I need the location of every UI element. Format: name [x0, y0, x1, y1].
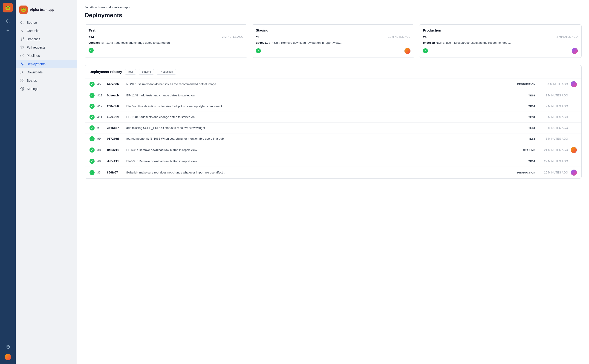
staging-avatar — [404, 48, 410, 54]
sidebar-label-boards: Boards — [27, 79, 37, 82]
history-hash: 856fe67 — [107, 171, 123, 174]
history-row[interactable]: ✓ #11 e2ee219 BP-1148 : add tests and ch… — [85, 112, 581, 123]
app-logo[interactable]: 🐸 — [3, 3, 13, 13]
history-hash: 208e5b8 — [107, 104, 123, 108]
sidebar-item-commits[interactable]: Commits — [16, 27, 77, 35]
help-icon[interactable] — [4, 343, 12, 351]
test-build-num: #13 — [89, 35, 94, 39]
history-message: BP-749: Use definition list for size too… — [126, 104, 512, 108]
svg-rect-19 — [23, 81, 24, 82]
history-hash: 3b65b47 — [107, 126, 123, 130]
add-icon[interactable] — [4, 26, 12, 34]
main-content: Jonathon Lowe / alpha-team-app Deploymen… — [77, 0, 589, 364]
sidebar: 🐸 Alpha-team-app Source Commits Branches… — [16, 0, 77, 364]
history-check-icon: ✓ — [90, 115, 95, 120]
history-check-icon: ✓ — [90, 148, 95, 153]
svg-point-21 — [22, 88, 23, 90]
history-env-badge: TEST — [515, 105, 535, 108]
history-hash: e2ee219 — [107, 115, 123, 119]
svg-rect-20 — [21, 81, 22, 82]
test-status-check: ✓ — [89, 48, 94, 53]
source-icon — [20, 20, 24, 25]
sidebar-label-settings: Settings — [27, 87, 39, 91]
search-icon[interactable] — [4, 17, 12, 25]
history-message: BP-1148 : add tests and change dates to … — [126, 115, 512, 119]
breadcrumb-separator: / — [106, 6, 107, 9]
history-row[interactable]: ✓ #3 856fe67 fix(build): make sure root … — [85, 167, 581, 178]
history-build-num: #5 — [97, 82, 104, 86]
staging-build-num: #8 — [256, 35, 259, 39]
svg-line-1 — [8, 22, 9, 23]
filter-tab-test[interactable]: Test — [125, 69, 136, 75]
env-title-production: Production — [423, 28, 578, 32]
svg-point-11 — [21, 39, 22, 41]
history-hash: b4ce58b — [107, 82, 123, 86]
history-time: 2 MINUTES AGO — [538, 94, 568, 97]
production-status-check: ✓ — [423, 48, 428, 53]
history-env-badge: TEST — [515, 116, 535, 118]
boards-icon — [20, 78, 24, 83]
history-message: BP-535 : Remove download raw button in r… — [126, 148, 512, 152]
sidebar-item-pull-requests[interactable]: Pull requests — [16, 43, 77, 52]
filter-tab-production[interactable]: Production — [157, 69, 176, 75]
svg-point-12 — [23, 48, 24, 49]
test-commit-msg: 0deeacb BP-1148 : add tests and change d… — [89, 40, 243, 45]
env-card-test: Test #13 2 MINUTES AGO 0deeacb BP-1148 :… — [85, 24, 247, 58]
deployments-icon — [20, 62, 24, 66]
history-row[interactable]: ✓ #5 b4ce58b NONE: use microsoft/dotnet:… — [85, 78, 581, 90]
svg-point-0 — [6, 20, 9, 22]
env-title-staging: Staging — [256, 28, 411, 32]
sidebar-item-downloads[interactable]: Downloads — [16, 68, 77, 76]
history-row[interactable]: ✓ #8 dd6c211 BP-535 : Remove download ra… — [85, 144, 581, 156]
staging-time: 21 MINUTES AGO — [388, 35, 411, 38]
sidebar-label-commits: Commits — [27, 29, 39, 33]
breadcrumb-repo[interactable]: alpha-team-app — [109, 6, 129, 9]
production-time: 2 MINUTES AGO — [557, 35, 578, 38]
history-time: A MINUTE AGO — [538, 83, 568, 86]
history-hash: dd6c211 — [107, 159, 123, 163]
history-env-badge: PRODUCTION — [515, 83, 535, 86]
history-build-num: #11 — [97, 115, 104, 119]
history-avatar — [571, 169, 577, 176]
sidebar-item-branches[interactable]: Branches — [16, 35, 77, 43]
filter-tab-staging[interactable]: Staging — [139, 69, 154, 75]
env-cards: Test #13 2 MINUTES AGO 0deeacb BP-1148 :… — [85, 24, 582, 58]
breadcrumb-user[interactable]: Jonathon Lowe — [85, 6, 105, 9]
history-build-num: #8 — [97, 159, 104, 163]
history-hash: dd6c211 — [107, 148, 123, 152]
pull-requests-icon — [20, 45, 24, 49]
history-build-num: #10 — [97, 126, 104, 130]
history-build-num: #8 — [97, 148, 104, 152]
history-env-badge: STAGING — [515, 149, 535, 151]
sidebar-item-settings[interactable]: Settings — [16, 85, 77, 93]
history-env-badge: TEST — [515, 94, 535, 97]
history-row[interactable]: ✓ #12 208e5b8 BP-749: Use definition lis… — [85, 101, 581, 112]
branches-icon — [20, 37, 24, 41]
env-card-production: Production #5 2 MINUTES AGO b4ce58b NONE… — [419, 24, 582, 58]
svg-point-15 — [22, 55, 23, 56]
production-avatar — [572, 48, 578, 54]
sidebar-item-pipelines[interactable]: Pipelines — [16, 52, 77, 60]
history-hash: 0deeacb — [107, 94, 123, 97]
production-commit-msg: b4ce58b NONE: use microsoft/dotnet:sdk a… — [423, 40, 578, 45]
sidebar-item-source[interactable]: Source — [16, 18, 77, 27]
sidebar-label-pull-requests: Pull requests — [27, 46, 45, 49]
history-row[interactable]: ✓ #13 0deeacb BP-1148 : add tests and ch… — [85, 90, 581, 101]
history-time: 21 MINUTES AGO — [538, 148, 568, 152]
staging-status-check: ✓ — [256, 48, 261, 53]
history-time: 3 MINUTES AGO — [538, 126, 568, 130]
sidebar-item-boards[interactable]: Boards — [16, 76, 77, 85]
history-time: 2 MINUTES AGO — [538, 105, 568, 108]
settings-icon — [20, 87, 24, 91]
sidebar-label-downloads: Downloads — [27, 70, 43, 74]
history-row[interactable]: ✓ #8 dd6c211 BP-535 : Remove download ra… — [85, 156, 581, 167]
sidebar-label-pipelines: Pipelines — [27, 54, 40, 58]
env-title-test: Test — [89, 28, 243, 32]
history-hash: 017276d — [107, 137, 123, 140]
deployment-history: Deployment History Test Staging Producti… — [85, 65, 582, 179]
sidebar-item-deployments[interactable]: Deployments — [16, 60, 77, 68]
user-avatar-icon[interactable] — [4, 353, 12, 361]
history-row[interactable]: ✓ #10 3b65b47 add missing USER_ERROR sta… — [85, 123, 581, 133]
icon-bar: 🐸 — [0, 0, 16, 364]
history-row[interactable]: ✓ #9 017276d feat(component): fS-1063 Wh… — [85, 133, 581, 144]
